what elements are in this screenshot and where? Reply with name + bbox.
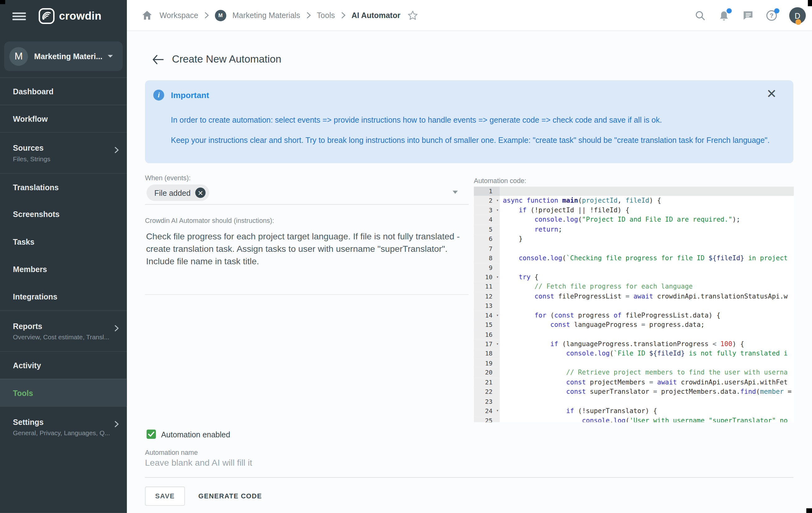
sidebar-item-integrations[interactable]: Integrations [0,283,127,310]
sidebar: crowdin M Marketing Materi... DashboardW… [0,0,127,513]
search-icon[interactable] [694,9,706,22]
instructions-underline [145,294,468,295]
line-number: 23 [474,397,500,406]
topbar-actions: ? D [694,0,806,31]
line-number: 4 [474,215,500,225]
breadcrumb-project-avatar[interactable]: M [215,10,226,21]
sidebar-item-tasks[interactable]: Tasks [0,228,127,255]
page-title: Create New Automation [172,53,282,65]
breadcrumb-project[interactable]: Marketing Materials [232,11,300,20]
event-chip-file-added[interactable]: File added ✕ [147,185,209,201]
code-line: 18 console.log(`File ID ${fileId} is not… [474,349,794,359]
sidebar-item-members[interactable]: Members [0,255,127,283]
breadcrumb: Workspace M Marketing Materials Tools AI… [141,9,419,22]
sidebar-item-translations[interactable]: Translations [0,173,127,200]
code-text: // Fetch file progress for each language [500,282,794,292]
instructions-textarea[interactable]: Check file progress for each project tar… [146,231,477,268]
notifications-bell-icon[interactable] [718,9,730,22]
favorite-star-icon[interactable] [407,9,419,22]
line-number: 14▾ [474,310,500,320]
sidebar-header: crowdin [0,0,127,33]
code-line: 21 const projectMembers = await crowdinA… [474,378,794,387]
sidebar-item-sources[interactable]: SourcesFiles, Strings [0,132,127,173]
banner-title: Important [171,90,209,100]
project-name: Marketing Materi... [34,52,107,60]
chevron-right-icon [204,12,208,19]
fold-caret-icon[interactable]: ▾ [496,272,499,282]
save-button[interactable]: SAVE [145,487,185,506]
sidebar-item-label: Workflow [13,114,127,123]
automation-enabled-label: Automation enabled [161,430,230,439]
events-dropdown-caret-icon[interactable] [453,191,458,194]
code-line: 9 [474,263,794,273]
line-number: 13 [474,301,500,311]
hamburger-menu-icon[interactable] [12,12,26,20]
line-number: 16 [474,330,500,340]
code-text [500,301,794,311]
automation-name-label: Automation name [145,449,198,456]
remove-event-icon[interactable]: ✕ [195,188,206,198]
code-line: 22 const superTranslator = projectMember… [474,387,794,397]
help-badge [774,8,779,14]
crowdin-wordmark: crowdin [59,10,102,22]
fold-caret-icon[interactable]: ▾ [496,196,499,206]
sidebar-item-label: Translations [13,183,127,191]
breadcrumb-tools[interactable]: Tools [317,11,335,20]
sidebar-nav: DashboardWorkflowSourcesFiles, StringsTr… [0,77,127,447]
line-number: 10▾ [474,272,500,282]
project-selector[interactable]: M Marketing Materi... [4,42,123,71]
line-number: 11 [474,282,500,292]
messages-icon[interactable] [742,9,754,22]
automation-code-label: Automation code: [474,177,526,185]
breadcrumb-workspace[interactable]: Workspace [160,11,198,20]
banner-paragraph: In order to create automation: select ev… [171,115,662,124]
code-text: for (const progress of fileProgressList.… [500,310,794,320]
topbar: Workspace M Marketing Materials Tools AI… [127,0,812,31]
code-text: console.log('User with username "superTr… [500,416,794,423]
sidebar-item-activity[interactable]: Activity [0,351,127,379]
instructions-label: Crowdin AI Automator should (instruction… [145,217,274,224]
sidebar-item-reports[interactable]: ReportsOverview, Cost estimate, Transl..… [0,310,127,351]
help-icon[interactable]: ? [765,9,778,22]
line-number: 7 [474,244,500,253]
crowdin-logo[interactable]: crowdin [38,8,102,24]
fold-caret-icon[interactable]: ▾ [496,206,499,215]
automation-name-input[interactable] [145,458,508,468]
info-icon: i [153,90,164,101]
sidebar-item-label: Reports [13,322,127,330]
sidebar-item-label: Tasks [13,237,127,246]
home-icon[interactable] [141,9,153,22]
sidebar-item-subtitle: General, Privacy, Languages, Q... [13,429,127,436]
sidebar-item-label: Tools [13,388,127,397]
sidebar-item-label: Settings [13,417,127,426]
sidebar-item-dashboard[interactable]: Dashboard [0,77,127,105]
fold-caret-icon[interactable]: ▾ [496,406,499,416]
code-line: 17▾ if (languageProgress.translationProg… [474,339,794,349]
code-line: 24▾ if (!superTranslator) { [474,406,794,416]
back-arrow-icon[interactable] [152,55,164,64]
banner-paragraph: Keep your instructions clear and short. … [171,136,770,144]
fold-caret-icon[interactable]: ▾ [496,310,499,320]
line-number: 9 [474,263,500,273]
events-underline [145,204,468,205]
generate-code-button[interactable]: GENERATE CODE [199,487,262,506]
code-line: 23 [474,397,794,406]
events-label: When (events): [145,174,191,182]
code-text: if (languageProgress.translationProgress… [500,339,794,349]
automation-enabled-checkbox[interactable] [147,430,156,439]
code-editor[interactable]: 12▾async function main(projectId, fileId… [474,186,794,422]
line-number: 1 [474,186,500,196]
project-avatar: M [9,47,28,66]
banner-close-icon[interactable]: ✕ [766,87,777,100]
fold-caret-icon[interactable]: ▾ [496,339,499,349]
code-line: 6 } [474,235,794,244]
code-text: return; [500,225,794,235]
sidebar-item-workflow[interactable]: Workflow [0,105,127,132]
line-number: 6 [474,235,500,244]
screen-corner-artifact [806,508,812,513]
code-text: if (!superTranslator) { [500,406,794,416]
sidebar-item-screenshots[interactable]: Screenshots [0,200,127,228]
sidebar-item-tools[interactable]: Tools [0,379,127,406]
sidebar-item-settings[interactable]: SettingsGeneral, Privacy, Languages, Q..… [0,406,127,447]
sidebar-item-label: Dashboard [13,87,127,96]
